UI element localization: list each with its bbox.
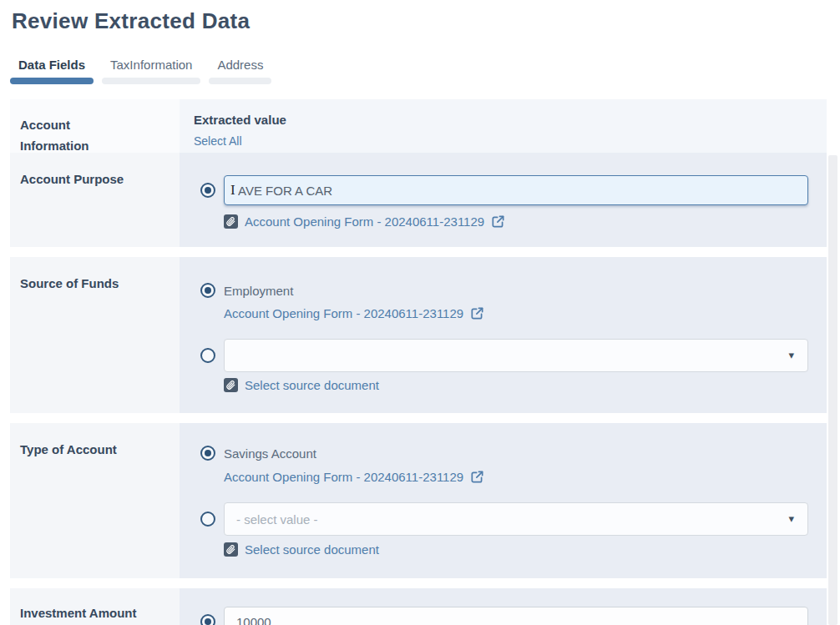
table-row: Type of Account Savings Account Account … — [10, 423, 827, 578]
extracted-value-label: Employment — [224, 284, 293, 298]
radio-source-of-funds-extracted[interactable] — [200, 283, 215, 298]
radio-type-of-account-extracted[interactable] — [200, 446, 215, 461]
source-of-funds-dropdown[interactable]: ▾ — [224, 339, 808, 372]
select-source-document-link[interactable]: Select source document — [245, 542, 379, 557]
header-content-cell: Extracted value Select All — [180, 99, 827, 153]
account-purpose-input[interactable] — [224, 175, 808, 205]
field-content-cell: Employment Account Opening Form - 202406… — [180, 257, 827, 413]
extracted-option — [200, 607, 808, 625]
select-source-row: Select source document — [224, 378, 379, 392]
field-content-cell: Account Opening Form - 20240611-231129 — [180, 153, 827, 247]
tab-bar: Data Fields TaxInformation Address — [10, 56, 271, 84]
group-header: Account Information — [10, 99, 180, 153]
extracted-value-label: Savings Account — [224, 446, 316, 461]
tab-label: TaxInformation — [102, 56, 200, 74]
table-row: Source of Funds Employment Account Openi… — [10, 257, 827, 413]
field-label: Type of Account — [10, 423, 180, 578]
table-header-row: Account Information Extracted value Sele… — [10, 99, 827, 153]
tab-tax-information[interactable]: TaxInformation — [102, 56, 200, 84]
caret-down-icon: ▾ — [788, 350, 794, 360]
source-document-link[interactable]: Account Opening Form - 20240611-231129 — [245, 214, 484, 229]
source-document-row: Account Opening Form - 20240611-231129 — [224, 470, 484, 484]
tab-data-fields[interactable]: Data Fields — [10, 56, 94, 84]
source-document-link[interactable]: Account Opening Form - 20240611-231129 — [224, 306, 463, 320]
paperclip-icon — [224, 378, 238, 392]
dropdown-placeholder: - select value - — [236, 512, 318, 527]
external-link-icon[interactable] — [491, 214, 505, 229]
tab-indicator — [102, 78, 200, 84]
tab-indicator — [209, 78, 271, 84]
manual-option: - select value - ▾ — [200, 502, 808, 536]
extracted-option: Employment — [200, 283, 293, 298]
field-label: Account Purpose — [10, 153, 180, 247]
extracted-option: Savings Account — [200, 446, 316, 461]
select-source-row: Select source document — [224, 542, 379, 557]
group-header-label: Account Information — [20, 114, 129, 156]
radio-investment-amount-extracted[interactable] — [200, 614, 215, 625]
table-row: Investment Amount — [10, 588, 827, 625]
scrollbar[interactable] — [828, 155, 837, 625]
tab-label: Address — [209, 56, 271, 74]
page-title: Review Extracted Data — [12, 8, 250, 34]
table-row: Account Purpose Account Opening Form - 2… — [10, 153, 827, 247]
caret-down-icon: ▾ — [788, 513, 794, 524]
select-source-document-link[interactable]: Select source document — [245, 378, 379, 392]
tab-address[interactable]: Address — [209, 56, 271, 84]
field-label: Source of Funds — [10, 257, 180, 413]
field-content-cell: Savings Account Account Opening Form - 2… — [180, 423, 827, 578]
field-content-cell — [180, 588, 827, 625]
tab-label: Data Fields — [10, 56, 94, 74]
paperclip-icon — [224, 214, 238, 229]
type-of-account-dropdown[interactable]: - select value - ▾ — [224, 502, 808, 536]
tab-active-indicator — [10, 78, 94, 84]
source-document-row: Account Opening Form - 20240611-231129 — [224, 306, 484, 320]
manual-option: ▾ — [200, 339, 808, 372]
external-link-icon[interactable] — [470, 470, 484, 484]
radio-type-of-account-manual[interactable] — [200, 512, 215, 527]
extracted-option — [200, 175, 808, 205]
investment-amount-input[interactable] — [224, 607, 808, 625]
field-label: Investment Amount — [10, 588, 180, 625]
radio-source-of-funds-manual[interactable] — [200, 348, 215, 363]
account-purpose-input-wrap — [224, 175, 808, 205]
source-document-link[interactable]: Account Opening Form - 20240611-231129 — [224, 470, 463, 484]
column-header: Extracted value — [194, 113, 286, 127]
source-document-row: Account Opening Form - 20240611-231129 — [224, 214, 505, 229]
radio-account-purpose-extracted[interactable] — [200, 183, 215, 198]
external-link-icon[interactable] — [470, 306, 484, 320]
select-all-link[interactable]: Select All — [194, 134, 242, 148]
paperclip-icon — [224, 542, 238, 557]
